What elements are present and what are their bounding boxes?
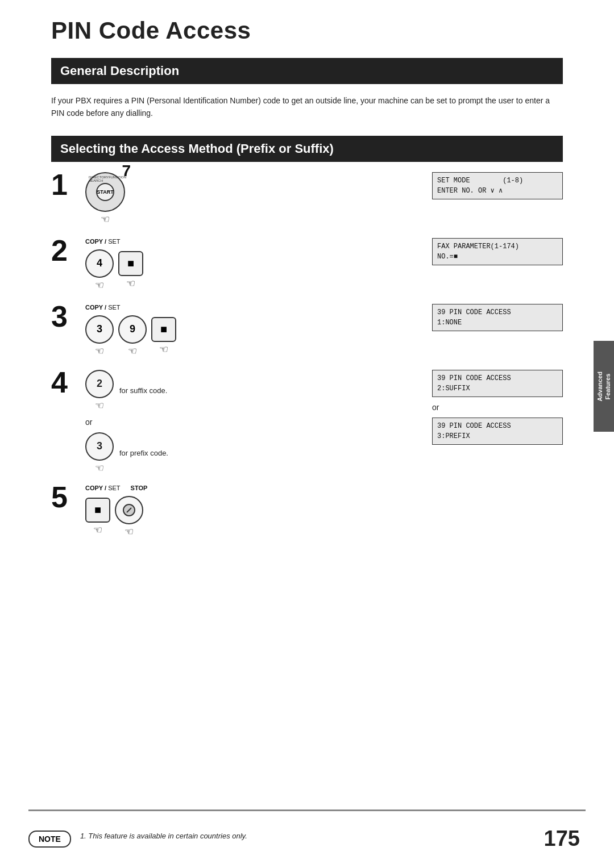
suffix-label: for suffix code. (119, 386, 167, 395)
finger-icon-copy-set-5: ☜ (93, 524, 102, 536)
dial-button-wrapper: DIRECTORYSEARCH FUNCTION START 7 ☜ (85, 172, 125, 226)
step-3-right: 39 PIN CODE ACCESS1:NONE (432, 304, 563, 360)
btn-3b-wrapper: 3 ☜ (85, 432, 114, 474)
step-5-stop-label: STOP (131, 485, 148, 491)
svg-line-0 (127, 508, 131, 512)
step-1-seven: 7 (122, 162, 131, 180)
step-4-number: 4 (51, 368, 85, 397)
step-3-lcd: 39 PIN CODE ACCESS1:NONE (432, 304, 563, 331)
step-4-prefix-item: 3 ☜ for prefix code. (85, 432, 421, 474)
step-3-number: 3 (51, 302, 85, 331)
finger-icon-1: ☜ (101, 213, 110, 226)
btn-copy-set-5-wrapper: ■ ☜ (85, 498, 110, 536)
step-3-icons: 3 ☜ 9 ☜ ■ ☜ (85, 315, 421, 357)
dial-labels: DIRECTORYSEARCH FUNCTION (86, 176, 124, 182)
btn-copy-set-5: ■ (85, 498, 110, 523)
step-1-main: DIRECTORYSEARCH FUNCTION START 7 ☜ (85, 172, 563, 228)
step-2-icons: 4 ☜ ■ ☜ (85, 249, 421, 291)
btn-2: 2 (85, 370, 114, 398)
finger-icon-4: ☜ (95, 279, 104, 291)
step-5-label-row: COPY / SET STOP (85, 485, 421, 494)
note-section: NOTE 1. This feature is available in cer… (28, 831, 569, 848)
btn-copy-set-3: ■ (151, 317, 176, 342)
step-5-number: 5 (51, 482, 85, 512)
step-2-number: 2 (51, 236, 85, 265)
finger-icon-3b: ☜ (95, 462, 104, 474)
steps-container: 1 DIRECTORYSEARCH FUNCTION (51, 172, 563, 550)
stop-inner (123, 504, 135, 516)
stop-icon (125, 506, 133, 514)
start-label: START (97, 189, 113, 195)
btn-4: 4 (85, 249, 114, 278)
step-1-icons: DIRECTORYSEARCH FUNCTION START 7 ☜ (85, 172, 421, 226)
step-4-row: 4 2 ☜ for suffix code. (51, 370, 563, 474)
finger-icon-9: ☜ (128, 345, 137, 357)
step-2-lcd: FAX PARAMETER(1-174)NO.=■ (432, 238, 563, 265)
step-5-icons: ■ ☜ (85, 496, 421, 538)
side-tab-text: Advanced Features (596, 372, 612, 402)
btn-copy-set-3-wrapper: ■ ☜ (151, 317, 176, 356)
step-1-finger: ☜ (85, 212, 125, 226)
dial-button: DIRECTORYSEARCH FUNCTION START (85, 172, 125, 212)
step-1-number: 1 (51, 170, 85, 199)
step-5-right (432, 485, 563, 540)
main-content: PIN Code Access General Description If y… (28, 0, 586, 550)
btn-4-wrapper: 4 ☜ (85, 249, 114, 291)
dial-inner: START (96, 183, 114, 201)
step-4-or-1: or (85, 418, 421, 427)
step-2-copy-set-label: COPY / SET (85, 238, 121, 245)
selecting-method-section: Selecting the Access Method (Prefix or S… (51, 136, 563, 550)
step-2-right: FAX PARAMETER(1-174)NO.=■ (432, 238, 563, 294)
btn-3-wrapper: 3 ☜ (85, 315, 114, 357)
step-1-row: 1 DIRECTORYSEARCH FUNCTION (51, 172, 563, 228)
btn-3b: 3 (85, 432, 114, 461)
step-3-row: 3 COPY / SET 3 ☜ 9 (51, 304, 563, 360)
step-5-main: COPY / SET STOP ■ ☜ (85, 485, 563, 540)
general-description-header: General Description (51, 58, 563, 84)
step-5-left: COPY / SET STOP ■ ☜ (85, 485, 421, 540)
page-number: 175 (544, 827, 580, 851)
finger-icon-stop: ☜ (125, 525, 134, 538)
step-4-suffix-item: 2 ☜ for suffix code. (85, 370, 421, 412)
btn-copy-set-2: ■ (118, 251, 143, 276)
step-4-sub: 2 ☜ for suffix code. or 3 ☜ (85, 370, 421, 474)
step-4-main: 2 ☜ for suffix code. or 3 ☜ (85, 370, 563, 474)
prefix-label: for prefix code. (119, 449, 168, 457)
step-4-lcd-prefix: 39 PIN CODE ACCESS3:PREFIX (432, 418, 563, 445)
btn-2-wrapper: 2 ☜ (85, 370, 114, 412)
step-2-copy-set-row: COPY / SET (85, 238, 421, 247)
step-5-row: 5 COPY / SET STOP ■ ☜ (51, 485, 563, 540)
btn-stop (115, 496, 143, 524)
bottom-rule (28, 809, 586, 811)
finger-icon-3: ☜ (95, 345, 104, 357)
side-tab: Advanced Features (594, 341, 614, 432)
step-3-copy-set-label: COPY / SET (85, 304, 121, 311)
step-4-left: 2 ☜ for suffix code. or 3 ☜ (85, 370, 421, 474)
step-2-main: COPY / SET 4 ☜ ■ ☜ (85, 238, 563, 294)
btn-3: 3 (85, 315, 114, 344)
note-label: NOTE (28, 831, 71, 848)
btn-stop-wrapper: ☜ (115, 496, 143, 538)
btn-9-wrapper: 9 ☜ (118, 315, 147, 357)
note-text: 1. This feature is available in certain … (80, 831, 247, 842)
step-3-main: COPY / SET 3 ☜ 9 ☜ (85, 304, 563, 360)
finger-icon-copy-set-2: ☜ (126, 277, 135, 290)
step-1-right: SET MODE (1-8)ENTER NO. OR ∨ ∧ (432, 172, 563, 228)
step-2-row: 2 COPY / SET 4 ☜ ■ (51, 238, 563, 294)
step-4-lcd-suffix: 39 PIN CODE ACCESS2:SUFFIX (432, 370, 563, 397)
finger-icon-copy-set-3: ☜ (159, 343, 168, 356)
general-description-body: If your PBX requires a PIN (Personal Ide… (51, 94, 563, 120)
btn-9: 9 (118, 315, 147, 344)
general-description-section: General Description If your PBX requires… (51, 58, 563, 120)
btn-copy-set-2-wrapper: ■ ☜ (118, 251, 143, 290)
step-4-or-2: or (432, 403, 563, 412)
page-title: PIN Code Access (51, 17, 563, 44)
step-1-lcd: SET MODE (1-8)ENTER NO. OR ∨ ∧ (432, 172, 563, 199)
selecting-method-header: Selecting the Access Method (Prefix or S… (51, 136, 563, 162)
step-4-right: 39 PIN CODE ACCESS2:SUFFIX or 39 PIN COD… (432, 370, 563, 474)
step-1-left: DIRECTORYSEARCH FUNCTION START 7 ☜ (85, 172, 421, 228)
finger-icon-2: ☜ (95, 399, 104, 412)
step-3-copy-set-row: COPY / SET (85, 304, 421, 313)
step-2-left: COPY / SET 4 ☜ ■ ☜ (85, 238, 421, 294)
step-5-copy-label: COPY / SET (85, 485, 121, 491)
